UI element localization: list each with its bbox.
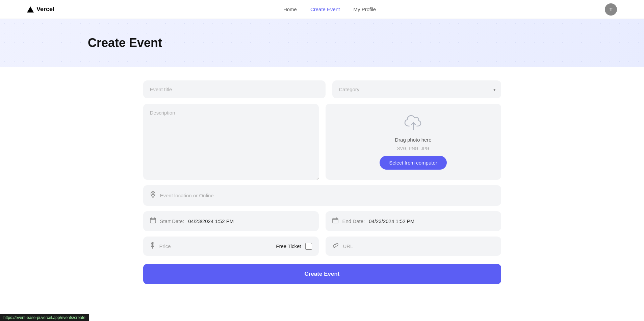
- price-input[interactable]: [159, 243, 272, 249]
- url-input[interactable]: [343, 243, 494, 249]
- row-price-url: Free Ticket: [143, 237, 501, 256]
- drag-photo-text: Drag photo here: [395, 137, 431, 143]
- page-title: Create Event: [88, 36, 556, 50]
- upload-formats-text: SVG, PNG, JPG: [397, 146, 429, 151]
- avatar[interactable]: T: [605, 3, 617, 16]
- select-from-computer-button[interactable]: Select from computer: [380, 156, 447, 170]
- end-date-label: End Date:: [342, 218, 365, 224]
- nav-link-my-profile[interactable]: My Profile: [353, 6, 376, 12]
- description-input[interactable]: [143, 104, 319, 180]
- nav-link-create-event[interactable]: Create Event: [310, 6, 340, 12]
- link-icon: [332, 242, 339, 250]
- location-row: [143, 185, 501, 206]
- nav-links: Home Create Event My Profile: [283, 6, 376, 12]
- logo-triangle-icon: [27, 6, 34, 13]
- upload-box[interactable]: Drag photo here SVG, PNG, JPG Select fro…: [326, 104, 501, 180]
- free-ticket-checkbox[interactable]: [305, 243, 312, 250]
- dollar-sign-icon: [150, 242, 155, 250]
- price-field: Free Ticket: [143, 237, 319, 256]
- status-url: https://event-ease-pi.vercel.app/events/…: [3, 315, 85, 320]
- free-ticket-label: Free Ticket: [276, 243, 301, 249]
- start-date-input[interactable]: [188, 218, 312, 224]
- svg-rect-2: [333, 218, 338, 223]
- calendar-icon-start: [150, 217, 156, 225]
- navbar: Vercel Home Create Event My Profile T: [0, 0, 644, 19]
- nav-link-home[interactable]: Home: [283, 6, 297, 12]
- svg-rect-1: [150, 218, 156, 223]
- start-date-label: Start Date:: [160, 218, 184, 224]
- row-title-category: Category Music Sports Tech Art Food ▾: [143, 80, 501, 98]
- url-field: [326, 237, 501, 256]
- main-content: Category Music Sports Tech Art Food ▾ Dr…: [136, 67, 508, 304]
- category-select-wrapper: Category Music Sports Tech Art Food ▾: [332, 80, 501, 98]
- cloud-upload-icon: [403, 114, 423, 133]
- end-date-input[interactable]: [369, 218, 494, 224]
- logo-text: Vercel: [36, 6, 54, 13]
- location-input[interactable]: [160, 193, 494, 198]
- status-bar: https://event-ease-pi.vercel.app/events/…: [0, 314, 89, 321]
- row-dates: Start Date: End Date:: [143, 211, 501, 231]
- nav-logo[interactable]: Vercel: [27, 6, 54, 13]
- calendar-icon-end: [332, 217, 338, 225]
- location-pin-icon: [150, 191, 156, 200]
- hero-section: Create Event: [0, 19, 644, 67]
- category-select[interactable]: Category Music Sports Tech Art Food: [332, 80, 501, 98]
- row-description-upload: Drag photo here SVG, PNG, JPG Select fro…: [143, 104, 501, 180]
- event-title-input[interactable]: [143, 80, 326, 98]
- end-date-field[interactable]: End Date:: [326, 211, 501, 231]
- svg-point-0: [152, 193, 154, 195]
- start-date-field[interactable]: Start Date:: [143, 211, 319, 231]
- create-event-button[interactable]: Create Event: [143, 264, 501, 284]
